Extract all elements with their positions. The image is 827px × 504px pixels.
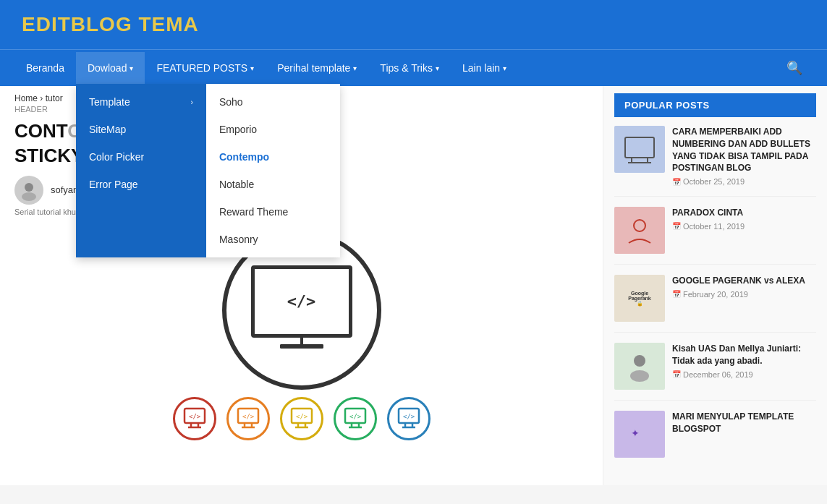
nav-item-dowload[interactable]: Dowload ▾ Template › SiteMap Color Picke…	[76, 52, 145, 84]
sidebar-post-content-5: MARI MENYULAP TEMPLATE BLOGSPOT	[672, 411, 816, 458]
colored-icon-2: </>	[226, 397, 270, 440]
colored-icon-3: </>	[280, 397, 323, 440]
svg-text:</>: </>	[349, 413, 362, 420]
dropdown-right-item-emporio[interactable]: Emporio	[206, 116, 340, 143]
sidebar-post-title-4: Kisah UAS Dan Mellya Juniarti: Tidak ada…	[672, 343, 816, 367]
svg-text:</>: </>	[242, 413, 255, 420]
chevron-down-icon-2: ▾	[250, 64, 254, 72]
code-text: </>	[287, 292, 316, 310]
nav-item-tips[interactable]: Tips & Triks ▾	[368, 52, 451, 84]
dropdown-right-item-masonry[interactable]: Masonry	[206, 226, 340, 253]
nav-item-lainlain[interactable]: Lain lain ▾	[451, 52, 518, 84]
dropdown-left-panel: Template › SiteMap Color Picker Error Pa…	[76, 84, 206, 257]
sidebar-thumb-2	[614, 207, 665, 254]
nav-item-perihal[interactable]: Perihal template ▾	[266, 52, 368, 84]
svg-point-34	[630, 370, 649, 382]
colored-icon-5: </>	[387, 397, 431, 440]
chevron-down-icon: ▾	[130, 64, 133, 72]
chevron-down-icon-3: ▾	[353, 64, 357, 72]
sidebar-post-1[interactable]: CARA MEMPERBAIKI ADD NUMBERING DAN ADD B…	[614, 126, 816, 197]
dropdown-left-item-sitemap[interactable]: SiteMap	[76, 116, 206, 143]
dropdown-right-item-contempo[interactable]: Contempo	[206, 143, 340, 171]
sidebar-post-date-4: 📅 December 06, 2019	[672, 370, 816, 379]
sidebar: POPULAR POSTS CARA MEMPERBAIKI ADD NUMBE…	[603, 86, 827, 485]
sidebar-post-content-3: GOOGLE PAGERANK vs ALEXA 📅 February 20, …	[672, 275, 805, 322]
svg-point-0	[25, 183, 33, 192]
svg-point-32	[634, 220, 645, 231]
sidebar-post-2[interactable]: PARADOX CINTA 📅 October 11, 2019	[614, 207, 816, 265]
avatar	[14, 176, 43, 205]
dropdown-right-item-notable[interactable]: Notable	[206, 171, 340, 198]
main-nav: Beranda Dowload ▾ Template › SiteMap	[0, 49, 827, 86]
sidebar-post-content-1: CARA MEMPERBAIKI ADD NUMBERING DAN ADD B…	[672, 126, 816, 186]
nav-link-perihal[interactable]: Perihal template ▾	[266, 52, 368, 84]
sidebar-post-date-3: 📅 February 20, 2019	[672, 290, 805, 299]
sidebar-post-title-3: GOOGLE PAGERANK vs ALEXA	[672, 275, 805, 287]
popular-posts-header: POPULAR POSTS	[614, 93, 816, 117]
calendar-icon-2: 📅	[672, 222, 681, 230]
chevron-right-icon: ›	[191, 98, 193, 106]
sidebar-post-title-5: MARI MENYULAP TEMPLATE BLOGSPOT	[672, 411, 816, 435]
sidebar-thumb-3: GooglePagerank🔒	[614, 275, 665, 322]
dropdown-right-item-rewardtheme[interactable]: Reward Theme	[206, 198, 340, 226]
sidebar-post-3[interactable]: GooglePagerank🔒 GOOGLE PAGERANK vs ALEXA…	[614, 275, 816, 333]
chevron-down-icon-4: ▾	[436, 64, 439, 72]
dropdown-right-item-soho[interactable]: Soho	[206, 88, 340, 116]
sidebar-thumb-5: ✦	[614, 411, 665, 458]
svg-text:</>: </>	[296, 413, 308, 420]
nav-link-featured[interactable]: FEATURED POSTS ▾	[145, 52, 266, 84]
icon-row: </> </> </> </> </>	[173, 397, 431, 440]
sidebar-thumb-4	[614, 343, 665, 390]
dropdown-left-item-colorpicker[interactable]: Color Picker	[76, 143, 206, 171]
site-header: EDITBLOG TEMA	[0, 0, 827, 49]
nav-link-dowload[interactable]: Dowload ▾	[76, 52, 145, 84]
calendar-icon-1: 📅	[672, 178, 681, 186]
chevron-down-icon-5: ▾	[503, 64, 506, 72]
nav-item-beranda[interactable]: Beranda	[14, 52, 76, 84]
svg-rect-35	[625, 424, 654, 444]
dropdown-right-panel: Soho Emporio Contempo Notable Reward The…	[206, 84, 340, 257]
colored-icon-4: </>	[334, 397, 377, 440]
code-monitor: </>	[251, 265, 352, 338]
nav-item-featured[interactable]: FEATURED POSTS ▾	[145, 52, 266, 84]
sidebar-post-content-2: PARADOX CINTA 📅 October 11, 2019	[672, 207, 745, 254]
nav-link-tips[interactable]: Tips & Triks ▾	[368, 52, 451, 84]
colored-icon-1: </>	[173, 397, 216, 440]
sidebar-post-5[interactable]: ✦ MARI MENYULAP TEMPLATE BLOGSPOT	[614, 411, 816, 468]
sidebar-post-date-1: 📅 October 25, 2019	[672, 177, 816, 186]
sidebar-post-title-2: PARADOX CINTA	[672, 207, 745, 219]
sidebar-post-title-1: CARA MEMPERBAIKI ADD NUMBERING DAN ADD B…	[672, 126, 816, 174]
sidebar-post-date-2: 📅 October 11, 2019	[672, 222, 745, 231]
svg-point-1	[22, 192, 36, 201]
nav-link-beranda[interactable]: Beranda	[14, 52, 76, 84]
calendar-icon-3: 📅	[672, 290, 681, 298]
nav-items: Beranda Dowload ▾ Template › SiteMap	[14, 52, 776, 84]
sidebar-post-content-4: Kisah UAS Dan Mellya Juniarti: Tidak ada…	[672, 343, 816, 390]
svg-text:</>: </>	[403, 413, 415, 420]
nav-link-lainlain[interactable]: Lain lain ▾	[451, 52, 518, 84]
dropdown-left-item-errorpage[interactable]: Error Page	[76, 171, 206, 198]
site-title: EDITBLOG TEMA	[22, 13, 805, 36]
sidebar-thumb-1	[614, 126, 665, 173]
code-illustration: </> </> </> </> </	[193, 231, 410, 440]
sidebar-post-4[interactable]: Kisah UAS Dan Mellya Juniarti: Tidak ada…	[614, 343, 816, 401]
dropdown-left-item-template[interactable]: Template ›	[76, 88, 206, 116]
calendar-icon-4: 📅	[672, 370, 681, 378]
svg-rect-31	[627, 140, 652, 155]
svg-text:✦: ✦	[631, 427, 640, 439]
dropdown-menu: Template › SiteMap Color Picker Error Pa…	[76, 84, 340, 257]
svg-text:</>: </>	[189, 413, 201, 420]
svg-point-33	[634, 355, 645, 367]
search-icon[interactable]: 🔍	[776, 50, 813, 86]
